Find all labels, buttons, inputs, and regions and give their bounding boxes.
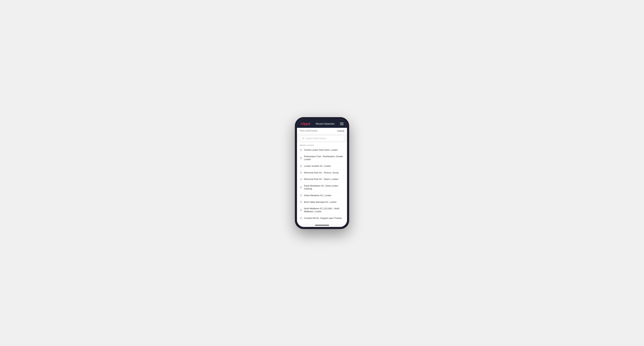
list-item[interactable]: Coombe Hill GC, Kingston upon Thames	[297, 215, 347, 222]
find-golf-course-label: Find a Golf Course	[300, 130, 318, 132]
svg-point-8	[301, 195, 301, 196]
svg-point-10	[301, 210, 301, 210]
list-item[interactable]: North Middlesex GC (1011942 - North Midd…	[297, 205, 347, 215]
location-pin-icon	[300, 172, 302, 174]
course-name: Coombe Hill GC, Kingston upon Thames	[304, 217, 342, 220]
course-name: North Middlesex GC (1011942 - North Midd…	[304, 207, 344, 213]
nearby-courses-label: Nearby courses	[297, 143, 347, 147]
list-item[interactable]: Royal Wimbledon GC, Great London Authori…	[297, 183, 347, 192]
hamburger-menu-icon[interactable]	[340, 123, 344, 125]
list-item[interactable]: Brent Valley Municipal GC, London	[297, 199, 347, 206]
svg-point-5	[301, 172, 301, 173]
course-name: Brent Valley Municipal GC, London	[304, 201, 336, 204]
location-pin-icon	[300, 165, 302, 167]
app-header: clippd Recent Searches	[297, 119, 347, 128]
list-item[interactable]: Richmond Park GC - Duke's, London	[297, 176, 347, 183]
phone-screen: clippd Recent Searches Find a Golf Cours…	[297, 119, 347, 227]
hamburger-line-2	[340, 124, 344, 124]
search-box	[300, 136, 344, 141]
course-name: Richmond Park GC - Duke's, London	[304, 178, 338, 181]
svg-point-4	[301, 166, 301, 166]
location-pin-icon	[300, 178, 302, 180]
location-pin-icon	[300, 209, 302, 211]
list-item[interactable]: Richmond Park GC - Prince's, Surrey	[297, 170, 347, 176]
hamburger-line-3	[340, 125, 344, 125]
list-item[interactable]: London Scottish GC, London	[297, 163, 347, 170]
cancel-button[interactable]: Cancel	[337, 130, 344, 132]
course-name: Dukes Meadows GC, London	[304, 194, 332, 197]
course-name: London Scottish GC, London	[304, 165, 331, 168]
course-name: Richmond Park GC - Prince's, Surrey	[304, 171, 339, 174]
home-indicator	[297, 223, 347, 227]
location-pin-icon	[300, 157, 302, 159]
search-golf-course-input[interactable]	[306, 137, 342, 140]
course-name: Central London Golf Centre, London	[304, 149, 338, 152]
svg-line-1	[304, 139, 304, 139]
svg-point-7	[301, 187, 301, 187]
svg-point-6	[301, 179, 301, 179]
list-item[interactable]: Roehampton Club - Roehampton, Greater Lo…	[297, 153, 347, 163]
list-item[interactable]: Dukes Meadows GC, London	[297, 192, 347, 199]
svg-point-2	[301, 150, 301, 150]
location-pin-icon	[300, 194, 302, 197]
nearby-courses-section: Nearby courses Central London Golf Centr…	[297, 143, 347, 223]
svg-point-9	[301, 202, 301, 202]
location-pin-icon	[300, 217, 302, 219]
course-name: Royal Wimbledon GC, Great London Authori…	[304, 184, 344, 190]
search-header-bar: Find a Golf Course Cancel	[297, 128, 347, 134]
location-pin-icon	[300, 201, 302, 203]
search-icon	[302, 137, 304, 140]
phone-device: clippd Recent Searches Find a Golf Cours…	[295, 117, 349, 229]
svg-point-11	[301, 218, 301, 218]
app-logo: clippd	[300, 122, 310, 126]
location-pin-icon	[300, 186, 302, 189]
hamburger-line-1	[340, 123, 344, 123]
course-name: Roehampton Club - Roehampton, Greater Lo…	[304, 155, 344, 161]
course-list: Central London Golf Centre, London Roeha…	[297, 147, 347, 222]
svg-point-3	[301, 158, 301, 158]
location-pin-icon	[300, 149, 302, 151]
header-title: Recent Searches	[316, 122, 334, 125]
list-item[interactable]: Central London Golf Centre, London	[297, 147, 347, 154]
search-input-area	[297, 134, 347, 143]
home-bar	[315, 225, 329, 225]
